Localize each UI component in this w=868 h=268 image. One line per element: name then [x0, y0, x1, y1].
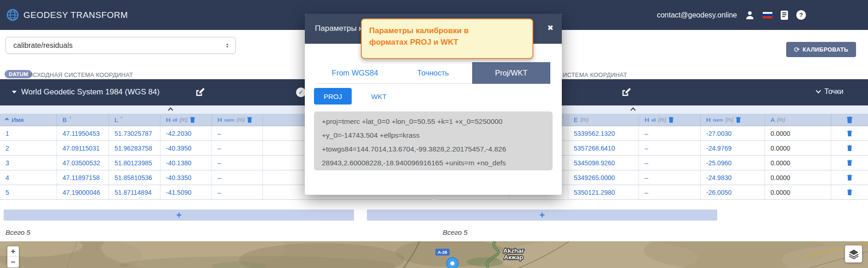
journal-icon[interactable] [780, 10, 788, 20]
delete-column-icon[interactable] [190, 117, 195, 123]
add-point-button[interactable]: + [367, 210, 717, 221]
point-value[interactable]: 51.73025787 [109, 126, 160, 140]
point-value[interactable]: 1 [0, 126, 57, 140]
delete-row-icon[interactable] [847, 189, 852, 195]
proj-string-line: +proj=tmerc +lat_0=0 +lon_0=50.55 +k=1 +… [322, 115, 545, 128]
delete-column-icon[interactable] [668, 117, 674, 123]
point-e[interactable]: 5345098.9260 [568, 156, 639, 170]
mode-select[interactable]: calibrate/residuals ▲▼ [6, 37, 236, 54]
close-icon[interactable]: ✖ [548, 23, 554, 32]
point-hnorm[interactable]: -25.0960 [701, 156, 765, 170]
delete-row-icon[interactable] [847, 130, 852, 136]
point-hnorm[interactable]: -27.0030 [701, 126, 765, 140]
point-value[interactable]: -41.5090 [160, 185, 212, 199]
point-hell[interactable]: – [639, 141, 701, 155]
zoom-in-button[interactable]: + [7, 246, 19, 257]
point-value[interactable]: – [212, 141, 263, 155]
edit-crs-icon[interactable] [621, 87, 632, 97]
point-e[interactable]: 5349265.0000 [568, 170, 639, 185]
column-header-E: E(m) [568, 114, 639, 126]
point-value[interactable]: – [212, 126, 263, 140]
point-e[interactable]: 5357268.6410 [568, 141, 639, 155]
point-value[interactable]: 5 [0, 185, 57, 199]
account-email[interactable]: contact@geodesy.online [657, 11, 737, 19]
point-value[interactable]: 3 [0, 156, 57, 170]
target-crs-label-partial: ИСТЕМА КООРДИНАТ [563, 71, 627, 78]
column-header-H: Hnorm(m) [701, 114, 765, 126]
sort-up-icon [5, 118, 9, 122]
subtab-wkt[interactable]: WKT [360, 88, 398, 105]
point-a[interactable]: 0.0000 [765, 185, 831, 199]
column-header-Имя[interactable]: Имя [0, 114, 57, 126]
proj-string-line: +y_0=-14743.504 +ellps=krass [322, 128, 545, 142]
tooltip-text-line: Параметры калибровки в [369, 25, 525, 36]
add-point-button[interactable]: + [4, 210, 354, 221]
map-canvas[interactable]: A-28 Akzhar Акжар [0, 241, 868, 268]
tab-from-wgs84[interactable]: From WGS84 [316, 62, 394, 84]
point-hell[interactable]: – [639, 185, 701, 199]
app-root: GEODESY TRANSFORM contact@geodesy.online… [0, 0, 868, 268]
help-icon[interactable]: ? [796, 10, 806, 20]
delete-row-icon[interactable] [847, 145, 852, 151]
delete-column-icon[interactable] [847, 117, 853, 123]
column-header-L: L° [109, 114, 160, 126]
crs-valid-check-icon[interactable]: ✓ [296, 87, 306, 97]
zoom-out-button[interactable]: − [7, 257, 19, 268]
point-hell[interactable]: – [639, 156, 701, 170]
point-value[interactable]: – [212, 156, 263, 170]
point-hell[interactable]: – [639, 126, 701, 140]
point-value[interactable]: 47.11950453 [57, 126, 109, 140]
point-hnorm[interactable]: -24.9830 [701, 170, 765, 185]
point-a[interactable]: 0.0000 [765, 170, 831, 185]
point-value[interactable]: 47.19000046 [57, 185, 109, 199]
language-flag-ru-icon[interactable] [763, 12, 772, 18]
collapse-up-icon [630, 107, 635, 112]
source-crs-name[interactable]: World Geodetic System 1984 (WGS 84) [21, 87, 160, 97]
point-value[interactable]: – [212, 170, 263, 185]
edit-crs-icon[interactable] [195, 87, 206, 97]
point-value[interactable]: 2 [0, 141, 57, 155]
point-e[interactable]: 5350121.2980 [568, 185, 639, 199]
point-a[interactable]: 0.0000 [765, 156, 831, 170]
point-e[interactable]: 5339562.1320 [568, 126, 639, 140]
point-value[interactable]: 51.96283758 [109, 141, 160, 155]
point-value[interactable]: 51.85810536 [109, 170, 160, 185]
delete-row-icon[interactable] [847, 160, 852, 166]
point-a[interactable]: 0.0000 [765, 126, 831, 140]
point-value[interactable]: -42.2030 [160, 126, 212, 140]
point-value[interactable]: 47.11897158 [57, 170, 109, 185]
points-toggle[interactable]: Точки [817, 87, 843, 96]
tab-proj-wkt[interactable]: Proj/WKT [472, 62, 550, 84]
point-value[interactable]: -40.3350 [160, 170, 212, 185]
proj-string-box[interactable]: +proj=tmerc +lat_0=0 +lon_0=50.55 +k=1 +… [314, 111, 553, 170]
point-value[interactable]: 51.87114894 [109, 185, 160, 199]
point-a[interactable]: 0.0000 [765, 141, 831, 155]
point-hnorm[interactable]: -24.9769 [701, 141, 765, 155]
delete-row-icon[interactable] [847, 175, 852, 181]
point-value[interactable]: -40.3950 [160, 141, 212, 155]
map-layers-button[interactable] [845, 245, 862, 262]
brand-title: GEODESY TRANSFORM [23, 10, 128, 20]
delete-column-icon[interactable] [247, 117, 252, 123]
point-hell[interactable]: – [639, 170, 701, 185]
tab-точность[interactable]: Точность [394, 62, 472, 84]
point-value[interactable]: 47.09115031 [57, 141, 109, 155]
select-updown-icon: ▲▼ [226, 43, 229, 48]
modal-subtabs: PROJWKT [314, 88, 398, 105]
calibrate-button[interactable]: ⟳ КАЛИБРОВАТЬ [786, 42, 856, 57]
delete-column-icon[interactable] [736, 117, 741, 123]
user-icon[interactable] [745, 10, 755, 20]
map-marker[interactable] [447, 258, 458, 268]
point-value[interactable]: 47.03500532 [57, 156, 109, 170]
point-value[interactable]: – [212, 185, 263, 199]
crs-dropdown-caret-icon[interactable] [12, 91, 17, 93]
point-hnorm[interactable]: -26.0050 [701, 185, 765, 199]
column-header-B: B° [57, 114, 109, 126]
point-value[interactable]: 51.80123985 [109, 156, 160, 170]
subtab-proj[interactable]: PROJ [314, 88, 352, 105]
column-header [831, 114, 868, 126]
chevron-down-icon [816, 88, 821, 93]
point-value[interactable]: 4 [0, 170, 57, 185]
column-header-A: A(m) [765, 114, 831, 126]
point-value[interactable]: -40.1380 [160, 156, 212, 170]
